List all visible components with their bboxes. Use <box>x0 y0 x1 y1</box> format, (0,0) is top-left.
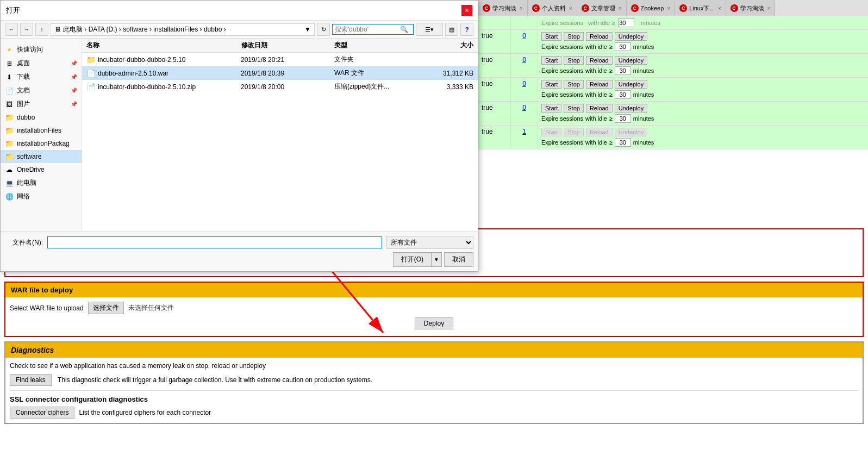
sidebar-installation-label: installationFiles <box>17 127 61 134</box>
file-row[interactable]: 📄 dubbo-admin-2.5.10.war 2019/1/8 20:39 … <box>82 66 478 80</box>
stop-button[interactable]: Stop <box>564 128 584 136</box>
reload-button[interactable]: Reload <box>586 104 613 113</box>
file-row[interactable]: 📄 incubator-dubbo-dubbo-2.5.10.zip 2019/… <box>82 80 478 93</box>
idle-input[interactable] <box>615 66 631 75</box>
undeploy-button[interactable]: Undeploy <box>615 128 647 136</box>
sidebar-folder-installation-files[interactable]: 📁 installationFiles <box>1 124 82 137</box>
file-type: WAR 文件 <box>334 68 410 78</box>
tomcat-app-row: true 0 Start Stop Reload Undeploy Expire… <box>478 54 868 78</box>
tab-close-icon[interactable]: × <box>767 5 771 11</box>
undeploy-button[interactable]: Undeploy <box>615 56 647 65</box>
diagnostics-section: Diagnostics Check to see if a web applic… <box>4 341 864 424</box>
tab-label: 文章管理 <box>591 4 615 13</box>
start-button[interactable]: Start <box>541 80 561 89</box>
connector-ciphers-button[interactable]: Connector ciphers <box>10 407 74 419</box>
sidebar-folder-installation-package[interactable]: 📁 installationPackag <box>1 137 82 150</box>
tab-close-icon[interactable]: × <box>520 5 523 11</box>
start-button[interactable]: Start <box>541 104 561 113</box>
reload-button[interactable]: Reload <box>586 128 613 136</box>
start-button[interactable]: Start <box>541 128 561 136</box>
with-idle-text: with idle <box>585 139 607 146</box>
stop-button[interactable]: Stop <box>564 56 584 65</box>
app-state: true <box>478 78 511 101</box>
tab-label: Linux下... <box>689 4 714 13</box>
idle-input[interactable] <box>615 114 631 123</box>
document-icon: 📄 <box>5 86 14 95</box>
filetype-select[interactable]: 所有文件 <box>386 236 473 249</box>
expire-sessions-label: Expire sessions <box>541 91 583 98</box>
start-button[interactable]: Start <box>541 32 561 41</box>
sidebar-item-pictures[interactable]: 🖼 图片 📌 <box>1 97 82 111</box>
expire-sessions-label: Expire sessions <box>541 67 583 74</box>
browser-tab[interactable]: C 学习淘淡 × <box>726 0 776 16</box>
undeploy-button[interactable]: Undeploy <box>615 80 647 89</box>
open-button[interactable]: 打开(O) <box>393 252 432 267</box>
tab-favicon: C <box>631 4 639 12</box>
sidebar-folder-dubbo[interactable]: 📁 dubbo <box>1 111 82 124</box>
sidebar-this-pc[interactable]: 💻 此电脑 <box>1 176 82 190</box>
breadcrumb: 🖥 此电脑 › DATA (D:) › software › installat… <box>51 23 315 36</box>
sidebar-item-documents[interactable]: 📄 文档 📌 <box>1 84 82 97</box>
refresh-button[interactable]: ↻ <box>317 23 330 36</box>
war-deploy-button[interactable]: Deploy <box>415 317 453 329</box>
filename-input[interactable] <box>47 236 382 248</box>
undeploy-button[interactable]: Undeploy <box>615 32 647 41</box>
filename-label: 文件名(N): <box>5 238 43 247</box>
minutes-text: minutes <box>633 43 654 50</box>
reload-button[interactable]: Reload <box>586 56 613 65</box>
reload-button[interactable]: Reload <box>586 80 613 89</box>
diagnostics-title: Diagnostics <box>11 346 54 354</box>
sidebar-folder-software[interactable]: 📁 software <box>1 150 82 163</box>
forward-button[interactable]: → <box>20 23 33 36</box>
cancel-button[interactable]: 取消 <box>444 252 473 267</box>
sidebar-item-desktop[interactable]: 🖥 桌面 📌 <box>1 57 82 70</box>
browser-tab[interactable]: C 文章管理 × <box>577 0 627 16</box>
expire-sessions-label: Expire sessions <box>541 115 583 122</box>
sidebar-item-downloads[interactable]: ⬇ 下载 📌 <box>1 70 82 84</box>
browser-tab[interactable]: C Linux下... × <box>675 0 726 16</box>
file-date: 2019/1/8 20:39 <box>241 70 332 77</box>
sidebar-network[interactable]: 🌐 网络 <box>1 190 82 203</box>
sidebar-onedrive[interactable]: ☁ OneDrive <box>1 163 82 176</box>
file-date: 2019/1/8 20:00 <box>241 83 332 91</box>
preview-button[interactable]: ▤ <box>445 23 458 36</box>
browser-tab[interactable]: C 个人资料 × <box>528 0 577 16</box>
app-state: true <box>478 126 511 149</box>
col-date-header: 修改日期 <box>241 41 334 50</box>
stop-button[interactable]: Stop <box>564 32 584 41</box>
find-leaks-row: Find leaks This diagnostic check will tr… <box>10 374 858 386</box>
folder-icon-dubbo: 📁 <box>5 113 14 122</box>
idle-input[interactable] <box>615 42 631 51</box>
breadcrumb-dropdown-icon[interactable]: ▼ <box>304 26 311 33</box>
browser-tab[interactable]: C Zookeep × <box>627 0 676 16</box>
stop-button[interactable]: Stop <box>564 104 584 113</box>
help-button[interactable]: ? <box>460 23 473 36</box>
reload-button[interactable]: Reload <box>586 32 613 41</box>
tab-close-icon[interactable]: × <box>718 5 721 11</box>
find-leaks-button[interactable]: Find leaks <box>10 374 52 386</box>
up-button[interactable]: ↑ <box>35 23 48 36</box>
search-input[interactable] <box>335 26 400 33</box>
start-button[interactable]: Start <box>541 56 561 65</box>
file-row[interactable]: 📁 incubator-dubbo-dubbo-2.5.10 2019/1/8 … <box>82 53 478 66</box>
file-icon: 📄 <box>86 69 96 78</box>
col-name-header: 名称 <box>86 41 241 50</box>
tab-close-icon[interactable]: × <box>569 5 572 11</box>
stop-button[interactable]: Stop <box>564 80 584 89</box>
idle-input[interactable] <box>615 138 631 147</box>
view-options-button[interactable]: ☰▾ <box>416 23 443 36</box>
gte-sign: ≥ <box>609 115 613 122</box>
dialog-close-button[interactable]: × <box>461 5 472 16</box>
idle-input[interactable] <box>615 90 631 99</box>
tab-close-icon[interactable]: × <box>619 5 622 11</box>
expire-sessions-row: Expire sessions with idle ≥ minutes <box>541 42 865 51</box>
no-file-text: 未选择任何文件 <box>128 303 174 313</box>
choose-file-button[interactable]: 选择文件 <box>88 302 124 314</box>
browser-tab[interactable]: C 学习淘淡 × <box>478 0 528 16</box>
tab-close-icon[interactable]: × <box>667 5 670 11</box>
tab-favicon: C <box>582 4 589 12</box>
open-dropdown-button[interactable]: ▼ <box>432 252 442 267</box>
sidebar-quick-access[interactable]: ★ 快速访问 <box>1 43 82 57</box>
back-button[interactable]: ← <box>5 23 18 36</box>
undeploy-button[interactable]: Undeploy <box>615 104 647 113</box>
